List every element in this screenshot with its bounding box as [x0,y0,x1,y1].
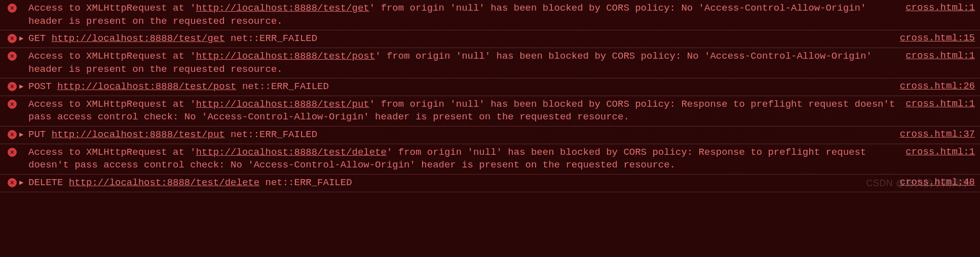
expand-toggle-icon[interactable]: ▶ [19,128,28,139]
source-link[interactable]: cross.html:37 [900,128,975,140]
expand-spacer [19,98,28,100]
request-url[interactable]: http://localhost:8888/test/post [57,81,236,92]
console-row[interactable]: ✕ Access to XMLHttpRequest at 'http://lo… [0,0,980,30]
error-icon: ✕ [5,32,19,43]
source-link[interactable]: cross.html:15 [900,32,975,44]
expand-spacer [19,2,28,4]
error-icon: ✕ [5,128,19,139]
console-message: Access to XMLHttpRequest at 'http://loca… [28,146,906,172]
request-url[interactable]: http://localhost:8888/test/put [52,129,225,140]
error-glyph: ✕ [10,83,14,90]
http-method: POST [28,81,52,92]
console-message: GET http://localhost:8888/test/get net::… [28,32,900,46]
console-message: Access to XMLHttpRequest at 'http://loca… [28,2,906,28]
request-url[interactable]: http://localhost:8888/test/get [52,33,225,44]
expand-spacer [19,50,28,52]
http-method: DELETE [28,177,63,188]
error-glyph: ✕ [10,131,14,138]
source-link[interactable]: cross.html:48 [900,177,975,188]
console-row[interactable]: ✕ Access to XMLHttpRequest at 'http://lo… [0,144,980,175]
expand-toggle-icon[interactable]: ▶ [19,177,28,187]
devtools-console[interactable]: ✕ Access to XMLHttpRequest at 'http://lo… [0,0,980,192]
request-url[interactable]: http://localhost:8888/test/put [196,99,369,110]
request-url[interactable]: http://localhost:8888/test/post [196,51,375,62]
error-glyph: ✕ [10,149,14,156]
error-glyph: ✕ [10,35,14,42]
console-message: PUT http://localhost:8888/test/put net::… [28,128,900,142]
expand-spacer [19,146,28,148]
net-status: net::ERR_FAILED [231,33,317,44]
source-link[interactable]: cross.html:26 [900,80,975,92]
error-glyph: ✕ [10,53,14,60]
http-method: PUT [28,129,46,140]
console-message: Access to XMLHttpRequest at 'http://loca… [28,50,906,76]
request-url[interactable]: http://localhost:8888/test/get [196,3,369,14]
console-row[interactable]: ✕ ▶ POST http://localhost:8888/test/post… [0,78,980,96]
net-status: net::ERR_FAILED [266,177,352,188]
error-icon: ✕ [5,177,19,187]
error-icon: ✕ [5,98,19,109]
net-status: net::ERR_FAILED [231,129,317,140]
source-link[interactable]: cross.html:1 [906,50,975,61]
error-glyph: ✕ [10,101,14,108]
console-row[interactable]: ✕ ▶ GET http://localhost:8888/test/get n… [0,30,980,48]
error-icon: ✕ [5,2,19,13]
console-row[interactable]: ✕ ▶ PUT http://localhost:8888/test/put n… [0,126,980,144]
http-method: GET [28,33,46,44]
console-row[interactable]: ✕ ▶ DELETE http://localhost:8888/test/de… [0,175,980,192]
source-link[interactable]: cross.html:1 [906,2,975,13]
error-glyph: ✕ [10,179,14,186]
expand-toggle-icon[interactable]: ▶ [19,80,28,91]
console-row[interactable]: ✕ Access to XMLHttpRequest at 'http://lo… [0,96,980,126]
expand-toggle-icon[interactable]: ▶ [19,32,28,42]
console-message: Access to XMLHttpRequest at 'http://loca… [28,98,906,124]
error-icon: ✕ [5,50,19,61]
console-row[interactable]: ✕ Access to XMLHttpRequest at 'http://lo… [0,48,980,78]
console-message: POST http://localhost:8888/test/post net… [28,80,900,94]
request-url[interactable]: http://localhost:8888/test/delete [69,177,259,188]
source-link[interactable]: cross.html:1 [906,146,975,157]
source-link[interactable]: cross.html:1 [906,98,975,109]
error-icon: ✕ [5,146,19,157]
net-status: net::ERR_FAILED [242,81,329,92]
error-icon: ✕ [5,80,19,91]
console-message: DELETE http://localhost:8888/test/delete… [28,177,900,190]
error-glyph: ✕ [10,5,14,12]
request-url[interactable]: http://localhost:8888/test/delete [196,147,387,158]
